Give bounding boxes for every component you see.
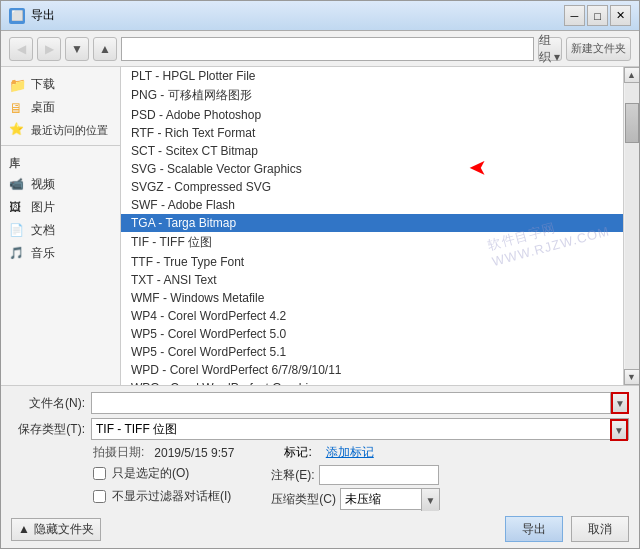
selected-only-checkbox[interactable] (93, 467, 106, 480)
checkbox-no-filter: 不显示过滤器对话框(I) (93, 488, 231, 505)
list-item[interactable]: WMF - Windows Metafile (121, 289, 623, 307)
maximize-button[interactable]: □ (587, 5, 608, 26)
scroll-thumb[interactable] (625, 103, 639, 143)
sidebar-library-label: 库 (1, 150, 120, 173)
list-item[interactable]: WP5 - Corel WordPerfect 5.1 (121, 343, 623, 361)
list-item[interactable]: PSD - Adobe Photoshop (121, 106, 623, 124)
scroll-down-button[interactable]: ▼ (624, 369, 640, 385)
sidebar-item-desktop[interactable]: 🖥 桌面 (1, 96, 120, 119)
sidebar-item-label: 文档 (31, 222, 55, 239)
list-item[interactable]: PNG - 可移植网络图形 (121, 85, 623, 106)
right-options: 注释(E): 压缩类型(C) 未压缩 ▼ (271, 465, 440, 510)
checkbox-selected-only: 只是选定的(O) (93, 465, 231, 482)
bottom-panel: 文件名(N): ▼ 保存类型(T): TIF - TIFF 位图 ▼ 拍摄日期:… (1, 385, 639, 548)
list-item[interactable]: WP5 - Corel WordPerfect 5.0 (121, 325, 623, 343)
sidebar-item-label: 桌面 (31, 99, 55, 116)
sidebar-item-download[interactable]: 📁 下载 (1, 73, 120, 96)
sidebar: 📁 下载 🖥 桌面 ⭐ 最近访问的位置 库 📹 视频 (1, 67, 121, 385)
meta-row: 拍摄日期: 2019/5/15 9:57 标记: 添加标记 (93, 444, 629, 461)
list-item[interactable]: SWF - Adobe Flash (121, 196, 623, 214)
up-button[interactable]: ▲ (93, 37, 117, 61)
sidebar-item-recent[interactable]: ⭐ 最近访问的位置 (1, 119, 120, 141)
filetype-label: 保存类型(T): (11, 421, 91, 438)
options-row: 只是选定的(O) 不显示过滤器对话框(I) 注释(E): 压缩类型(C) 未压缩… (93, 465, 629, 510)
scroll-up-button[interactable]: ▲ (624, 67, 640, 83)
main-content: 📁 下载 🖥 桌面 ⭐ 最近访问的位置 库 📹 视频 (1, 67, 639, 385)
filename-dropdown-button[interactable]: ▼ (611, 392, 629, 414)
sidebar-favorites: 📁 下载 🖥 桌面 ⭐ 最近访问的位置 (1, 73, 120, 141)
title-bar: ⬜ 导出 ─ □ ✕ (1, 1, 639, 31)
list-item[interactable]: SCT - Scitex CT Bitmap (121, 142, 623, 160)
sidebar-item-documents[interactable]: 📄 文档 (1, 219, 120, 242)
docs-icon: 📄 (9, 223, 25, 239)
list-item[interactable]: SVG - Scalable Vector Graphics (121, 160, 623, 178)
filename-row: 文件名(N): ▼ (11, 392, 629, 414)
title-buttons: ─ □ ✕ (564, 5, 631, 26)
tags-value[interactable]: 添加标记 (326, 444, 374, 461)
org-button[interactable]: 组织 ▾ (538, 37, 562, 61)
scrollbar[interactable]: ▲ ▼ (623, 67, 639, 385)
filetype-row: 保存类型(T): TIF - TIFF 位图 ▼ (11, 418, 629, 440)
minimize-button[interactable]: ─ (564, 5, 585, 26)
close-button[interactable]: ✕ (610, 5, 631, 26)
back-button[interactable]: ◀ (9, 37, 33, 61)
sidebar-item-pictures[interactable]: 🖼 图片 (1, 196, 120, 219)
filetype-value: TIF - TIFF 位图 (92, 419, 610, 439)
sidebar-item-label: 音乐 (31, 245, 55, 262)
list-item[interactable]: SVGZ - Compressed SVG (121, 178, 623, 196)
sidebar-divider (1, 145, 120, 146)
hide-folders-button[interactable]: ▲ 隐藏文件夹 (11, 518, 101, 541)
dropdown-button[interactable]: ▼ (65, 37, 89, 61)
compress-dropdown-button[interactable]: ▼ (421, 489, 439, 511)
path-bar (121, 37, 534, 61)
music-icon: 🎵 (9, 246, 25, 262)
folder-icon: 📁 (9, 77, 25, 93)
comment-input[interactable] (319, 465, 439, 485)
content-area: PLT - HPGL Plotter FilePNG - 可移植网络图形PSD … (121, 67, 623, 385)
hide-folders-label: 隐藏文件夹 (34, 521, 94, 538)
compress-value: 未压缩 (341, 489, 421, 509)
list-item[interactable]: TIF - TIFF 位图 (121, 232, 623, 253)
list-item[interactable]: RTF - Rich Text Format (121, 124, 623, 142)
forward-button[interactable]: ▶ (37, 37, 61, 61)
list-item[interactable]: WP4 - Corel WordPerfect 4.2 (121, 307, 623, 325)
action-row: ▲ 隐藏文件夹 导出 取消 (11, 516, 629, 542)
hide-folders-icon: ▲ (18, 522, 30, 536)
sidebar-item-label: 下载 (31, 76, 55, 93)
compress-combo[interactable]: 未压缩 ▼ (340, 488, 440, 510)
folder-icon: 🖥 (9, 100, 25, 116)
tags-label: 标记: (284, 444, 311, 461)
recent-icon: ⭐ (9, 122, 25, 138)
list-item[interactable]: TXT - ANSI Text (121, 271, 623, 289)
list-item[interactable]: TGA - Targa Bitmap (121, 214, 623, 232)
sidebar-item-music[interactable]: 🎵 音乐 (1, 242, 120, 265)
toolbar: ◀ ▶ ▼ ▲ 组织 ▾ 新建文件夹 (1, 31, 639, 67)
date-label: 拍摄日期: (93, 444, 144, 461)
checkbox-label: 不显示过滤器对话框(I) (112, 488, 231, 505)
list-item[interactable]: WPD - Corel WordPerfect 6/7/8/9/10/11 (121, 361, 623, 379)
left-options: 只是选定的(O) 不显示过滤器对话框(I) (93, 465, 231, 510)
filename-input[interactable] (91, 392, 611, 414)
no-filter-checkbox[interactable] (93, 490, 106, 503)
compress-label: 压缩类型(C) (271, 491, 336, 508)
scroll-track[interactable] (625, 83, 639, 369)
list-item[interactable]: TTF - True Type Font (121, 253, 623, 271)
export-button[interactable]: 导出 (505, 516, 563, 542)
new-folder-button[interactable]: 新建文件夹 (566, 37, 631, 61)
sidebar-item-label: 图片 (31, 199, 55, 216)
sidebar-library: 📹 视频 🖼 图片 📄 文档 🎵 音乐 (1, 173, 120, 265)
filetype-dropdown-button[interactable]: ▼ (610, 419, 628, 441)
sidebar-item-label: 最近访问的位置 (31, 123, 108, 138)
cancel-button[interactable]: 取消 (571, 516, 629, 542)
compress-row: 压缩类型(C) 未压缩 ▼ (271, 488, 440, 510)
filename-label: 文件名(N): (11, 395, 91, 412)
filetype-combo[interactable]: TIF - TIFF 位图 ▼ (91, 418, 629, 440)
export-dialog: ⬜ 导出 ─ □ ✕ ◀ ▶ ▼ ▲ 组织 ▾ 新建文件夹 📁 下载 🖥 (0, 0, 640, 549)
list-item[interactable]: PLT - HPGL Plotter File (121, 67, 623, 85)
sidebar-item-video[interactable]: 📹 视频 (1, 173, 120, 196)
dialog-title: 导出 (31, 7, 564, 24)
file-type-list: PLT - HPGL Plotter FilePNG - 可移植网络图形PSD … (121, 67, 623, 385)
comment-row: 注释(E): (271, 465, 440, 485)
action-buttons: 导出 取消 (505, 516, 629, 542)
pictures-icon: 🖼 (9, 200, 25, 216)
